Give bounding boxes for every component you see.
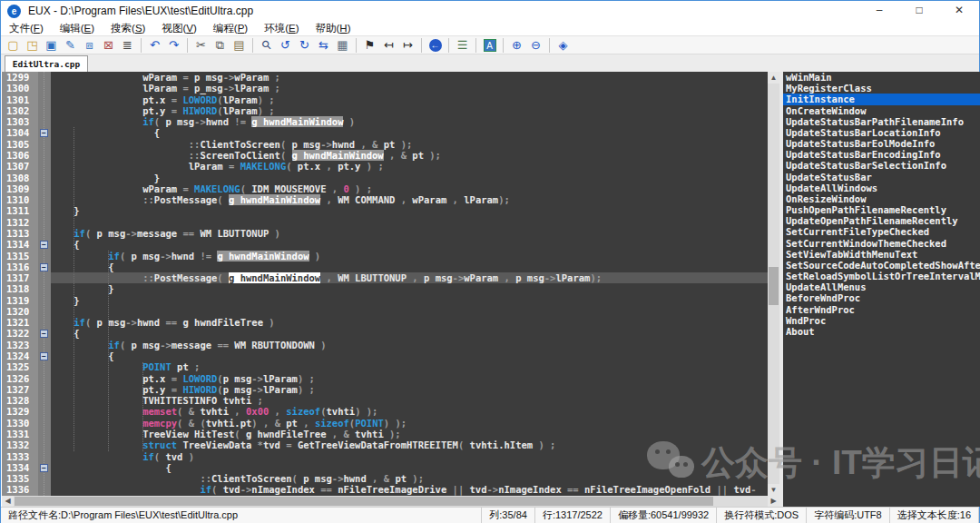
code-editor[interactable]: 1299 wParam = p_msg->wParam ;1300 lParam… xyxy=(2,72,768,496)
tab-editultra-cpp[interactable]: EditUltra.cpp xyxy=(5,55,88,73)
code-text[interactable]: if( p_msg->hwnd == g_hwndFileTree ) xyxy=(51,317,768,328)
scroll-down-arrow-icon[interactable]: ▼ xyxy=(768,484,779,496)
close-button[interactable]: ✕ xyxy=(939,1,979,21)
code-text[interactable]: ::PostMessage( g_hwndMainWindow , WM_COM… xyxy=(51,194,768,205)
new-file-icon[interactable]: ▢ xyxy=(5,37,22,53)
function-list-item-PushOpenPathFilenameRecently[interactable]: PushOpenPathFilenameRecently xyxy=(783,204,980,215)
code-text[interactable]: } xyxy=(51,283,768,294)
function-list-item-UpdateAllMenus[interactable]: UpdateAllMenus xyxy=(783,281,980,292)
function-list-item-InitInstance[interactable]: InitInstance xyxy=(783,94,980,104)
code-line-1306[interactable]: 1306 ::ScreenToClient( g_hwndMainWindow … xyxy=(2,150,768,161)
code-line-1305[interactable]: 1305 ::ClientToScreen( p_msg->hwnd , & p… xyxy=(2,139,768,150)
code-line-1324[interactable]: 1324− { xyxy=(2,350,768,361)
save-as-icon[interactable]: ✎ xyxy=(62,37,79,53)
function-list-item-UpdateStatusBar[interactable]: UpdateStatusBar xyxy=(783,172,980,183)
undo-icon[interactable]: ↶ xyxy=(146,37,163,53)
syntax-color-icon[interactable]: A xyxy=(481,37,498,53)
code-text[interactable]: { xyxy=(51,350,768,361)
code-line-1336[interactable]: 1336 if( tvd->nImageIndex == nFileTreeIm… xyxy=(2,484,768,495)
code-line-1311[interactable]: 1311 } xyxy=(2,205,768,216)
code-line-1335[interactable]: 1335 ::ClientToScreen( p_msg->hwnd , & p… xyxy=(2,473,768,484)
minimize-button[interactable]: – xyxy=(859,1,899,21)
code-text[interactable]: ::PostMessage( g_hwndMainWindow , WM_LBU… xyxy=(51,272,768,283)
copy-icon[interactable]: ⧉ xyxy=(211,37,229,53)
code-line-1322[interactable]: 1322− { xyxy=(2,328,768,339)
code-text[interactable]: } xyxy=(51,295,768,306)
horizontal-scroll-thumb[interactable] xyxy=(15,497,713,506)
menu-item-4[interactable]: 视图(V) xyxy=(153,22,204,35)
code-text[interactable]: ::ClientToScreen( p_msg->hwnd , & pt ); xyxy=(51,473,768,484)
code-text[interactable]: pt.x = LOWORD(p_msg->lParam) ; xyxy=(51,373,768,384)
menu-item-2[interactable]: 编辑(E) xyxy=(52,22,103,35)
code-text[interactable]: } xyxy=(51,173,768,183)
function-list-item-AfterWndProc[interactable]: AfterWndProc xyxy=(783,304,980,315)
scroll-left-arrow-icon[interactable]: ◀ xyxy=(2,496,14,507)
code-text[interactable]: { xyxy=(51,127,768,138)
code-line-1308[interactable]: 1308 } xyxy=(2,173,768,183)
code-line-1313[interactable]: 1313 if( p_msg->message == WM_LBUTTONUP … xyxy=(2,228,768,239)
code-text[interactable]: lParam = p_msg->lParam ; xyxy=(51,83,768,94)
save-icon[interactable]: ▣ xyxy=(43,37,60,53)
function-list-item-WndProc[interactable]: WndProc xyxy=(783,315,980,326)
code-line-1309[interactable]: 1309 wParam = MAKELONG( IDM_MOUSEMOVE , … xyxy=(2,183,768,194)
code-text[interactable]: wParam = p_msg->wParam ; xyxy=(51,72,768,83)
code-line-1332[interactable]: 1332 struct TreeViewData *tvd = GetTreeV… xyxy=(2,439,768,450)
function-list-item-wWinMain[interactable]: wWinMain xyxy=(783,72,980,83)
zoom-in-icon[interactable]: ⊕ xyxy=(508,37,525,53)
code-text[interactable]: wParam = MAKELONG( IDM_MOUSEMOVE , 0 ) ; xyxy=(51,183,768,194)
fold-collapse-icon[interactable]: − xyxy=(40,330,48,338)
code-line-1303[interactable]: 1303 if( p_msg->hwnd != g_hwndMainWindow… xyxy=(2,116,768,127)
function-list-item-About[interactable]: About xyxy=(783,326,980,337)
back-icon[interactable]: ← xyxy=(426,37,444,53)
code-line-1319[interactable]: 1319 } xyxy=(2,295,768,306)
code-line-1314[interactable]: 1314− { xyxy=(2,239,768,250)
menu-item-1[interactable]: 文件(F) xyxy=(1,22,52,35)
function-list-item-SetSourceCodeAutoCompletedShowAfter[interactable]: SetSourceCodeAutoCompletedShowAfter xyxy=(783,260,980,271)
code-line-1320[interactable]: 1320 xyxy=(2,306,768,317)
code-text[interactable]: { xyxy=(51,239,768,250)
function-list-item-UpdateAllWindows[interactable]: UpdateAllWindows xyxy=(783,183,980,193)
code-text[interactable]: if( p_msg->hwnd != g_hwndMainWindow ) xyxy=(51,251,768,262)
vertical-scroll-thumb[interactable] xyxy=(769,267,779,305)
code-text[interactable]: struct TreeViewData *tvd = GetTreeViewDa… xyxy=(51,439,768,450)
horizontal-scrollbar[interactable]: ◀ ▶ xyxy=(2,496,779,507)
function-list-item-SetReloadSymbolListOrTreeIntervalMe[interactable]: SetReloadSymbolListOrTreeIntervalMe xyxy=(783,271,980,281)
code-line-1301[interactable]: 1301 pt.x = LOWORD(lParam) ; xyxy=(2,94,768,105)
code-line-1333[interactable]: 1333 if( tvd ) xyxy=(2,451,768,462)
fold-collapse-icon[interactable]: − xyxy=(40,241,48,249)
code-text[interactable]: ::ScreenToClient( g_hwndMainWindow , & p… xyxy=(51,150,768,161)
code-text[interactable]: TreeView_HitTest( g_hwndFileTree , & tvh… xyxy=(51,429,768,439)
code-text[interactable]: memcpy( & (tvhti.pt) , & pt , sizeof(POI… xyxy=(51,418,768,429)
code-text[interactable]: { xyxy=(51,462,768,473)
symbol-list-icon[interactable]: ☰ xyxy=(454,37,471,53)
code-line-1329[interactable]: 1329 memset( & tvhti , 0x00 , sizeof(tvh… xyxy=(2,406,768,417)
find-prev-icon[interactable]: ↺ xyxy=(277,37,294,53)
code-line-1321[interactable]: 1321 if( p_msg->hwnd == g_hwndFileTree ) xyxy=(2,317,768,328)
find-icon[interactable]: ⚲ xyxy=(258,37,275,53)
function-list-item-OnResizeWindow[interactable]: OnResizeWindow xyxy=(783,193,980,204)
function-list-item-UpdateStatusBarLocationInfo[interactable]: UpdateStatusBarLocationInfo xyxy=(783,127,980,138)
menu-item-5[interactable]: 编程(P) xyxy=(205,22,256,35)
paste-icon[interactable]: ▤ xyxy=(230,37,248,53)
code-text[interactable]: lParam = MAKELONG( pt.x , pt.y ) ; xyxy=(51,161,768,172)
code-text[interactable]: { xyxy=(51,262,768,272)
function-list-item-UpdateOpenPathFilenameRecently[interactable]: UpdateOpenPathFilenameRecently xyxy=(783,215,980,226)
fold-collapse-icon[interactable]: − xyxy=(40,129,48,137)
code-text[interactable] xyxy=(51,306,768,317)
code-text[interactable]: if( tvd ) xyxy=(51,451,768,462)
code-line-1304[interactable]: 1304− { xyxy=(2,127,768,138)
code-line-1300[interactable]: 1300 lParam = p_msg->lParam ; xyxy=(2,83,768,94)
code-line-1328[interactable]: 1328 TVHITTESTINFO tvhti ; xyxy=(2,395,768,406)
code-text[interactable]: if( tvd->nImageIndex == nFileTreeImageDr… xyxy=(51,484,768,495)
code-text[interactable]: if( p_msg->message == WM_LBUTTONUP ) xyxy=(51,228,768,239)
code-text[interactable]: if( p_msg->message == WM_RBUTTONDOWN ) xyxy=(51,340,768,350)
function-list-item-UpdateStatusBarEolModeInfo[interactable]: UpdateStatusBarEolModeInfo xyxy=(783,138,980,149)
code-line-1330[interactable]: 1330 memcpy( & (tvhti.pt) , & pt , sizeo… xyxy=(2,418,768,429)
fold-collapse-icon[interactable]: − xyxy=(40,263,48,271)
code-text[interactable]: pt.x = LOWORD(lParam) ; xyxy=(51,94,768,105)
menu-item-7[interactable]: 帮助(H) xyxy=(308,22,359,35)
zoom-out-icon[interactable]: ⊖ xyxy=(527,37,544,53)
cut-icon[interactable]: ✂ xyxy=(192,37,210,53)
code-line-1318[interactable]: 1318 } xyxy=(2,283,768,294)
code-text[interactable]: memset( & tvhti , 0x00 , sizeof(tvhti) )… xyxy=(51,406,768,417)
